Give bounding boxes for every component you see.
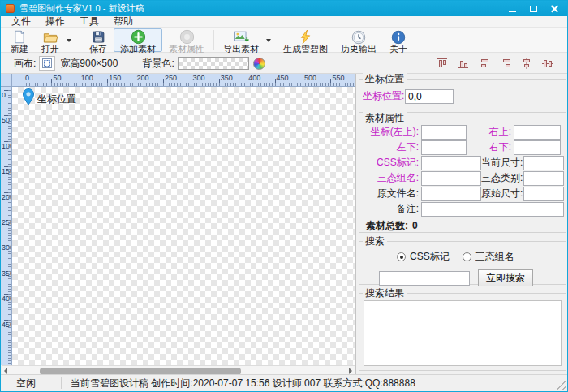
tristate-type-label: 三态类别: (481, 171, 523, 185)
align-bottom-button[interactable] (454, 55, 473, 72)
search-results-list[interactable] (364, 300, 562, 366)
save-icon (92, 30, 105, 44)
align-center-horizontal-button[interactable] (517, 55, 536, 72)
position-input[interactable] (405, 89, 454, 104)
canvas-size-button[interactable] (39, 56, 55, 71)
bg-color-swatch[interactable] (178, 57, 249, 70)
material-properties-button: 素材属性 (162, 28, 211, 52)
radio-tristate-group-label: 三态组名 (475, 250, 514, 264)
css-tag-label: CSS标记: (363, 156, 421, 170)
coord-topleft-label: 坐标(左上): (363, 125, 421, 139)
status-separator (61, 377, 62, 389)
material-total-label: 素材总数: (366, 219, 408, 233)
about-button[interactable]: 关于 (383, 28, 414, 52)
side-panel: 坐标位置 坐标位置: 素材属性 坐标(左上): 右上: 左下: 右下: CSS标… (356, 74, 568, 376)
position-group-title: 坐标位置 (363, 73, 407, 84)
coord-bottomright-input[interactable] (514, 140, 561, 155)
properties-group: 素材属性 坐标(左上): 右上: 左下: 右下: CSS标记: 当前尺寸: 三态… (359, 118, 566, 233)
status-bar: 空闲 当前雪碧图设计稿 创作时间:2020-07-07 15:56 设计师:00… (1, 374, 567, 391)
align-center-vertical-button[interactable] (538, 55, 557, 72)
canvas-toolbar: 画布: 宽高900×500 背景色: (1, 54, 567, 74)
original-filename-input[interactable] (421, 187, 481, 201)
open-folder-icon (42, 30, 58, 44)
canvas-viewport[interactable]: 坐标位置 (12, 87, 355, 365)
tristate-type-input[interactable] (523, 171, 564, 186)
history-output-button[interactable]: 历史输出 (334, 28, 383, 52)
window-title: 雪碧图制作专家V1.0 - 新设计稿 (19, 2, 144, 15)
tristate-group-input[interactable] (421, 171, 481, 186)
coord-topright-input[interactable] (514, 125, 561, 140)
open-dropdown-icon[interactable] (67, 39, 71, 42)
align-top-button[interactable] (432, 55, 452, 72)
minimize-button[interactable] (504, 3, 520, 14)
resize-grip-icon[interactable] (556, 380, 566, 390)
generate-sprite-button[interactable]: 生成雪碧图 (277, 28, 334, 52)
search-input[interactable] (379, 271, 470, 286)
original-size-input[interactable] (523, 187, 564, 201)
menu-file[interactable]: 文件 (4, 15, 38, 28)
radio-css-tag[interactable]: CSS标记 (397, 250, 450, 264)
color-picker-icon[interactable] (253, 58, 265, 70)
radio-selected-icon (397, 252, 406, 261)
original-filename-label: 原文件名: (363, 187, 421, 200)
toolbar-separator (80, 30, 80, 50)
align-left-button[interactable] (475, 55, 494, 72)
canvas-area: 050100150200250300350400450500550600 050… (1, 74, 356, 376)
current-size-label: 当前尺寸: (481, 156, 523, 170)
export-dropdown-icon[interactable] (266, 39, 271, 42)
properties-group-title: 素材属性 (363, 112, 407, 123)
menu-edit[interactable]: 操作 (38, 15, 72, 28)
remark-label: 备注: (363, 202, 421, 216)
scroll-left-icon[interactable] (4, 368, 7, 374)
position-label: 坐标位置: (363, 89, 405, 103)
menu-tools[interactable]: 工具 (72, 15, 106, 28)
close-button[interactable] (546, 3, 562, 14)
canvas-label: 画布: (14, 57, 36, 71)
properties-icon (179, 30, 195, 44)
remark-input[interactable] (421, 202, 564, 217)
maximize-button[interactable] (525, 3, 541, 14)
map-pin-icon (23, 88, 34, 106)
menu-bar: 文件 操作 工具 帮助 (1, 16, 567, 28)
bg-color-label: 背景色: (142, 57, 174, 71)
open-button[interactable]: 打开 (35, 28, 66, 52)
coord-bottomleft-input[interactable] (421, 140, 467, 155)
canvas-resize-icon (42, 58, 52, 68)
clock-icon (351, 30, 366, 44)
tristate-group-label: 三态组名: (363, 171, 421, 185)
align-right-button[interactable] (496, 55, 515, 72)
current-size-input[interactable] (523, 156, 564, 170)
material-total-value: 0 (412, 220, 418, 231)
search-now-button[interactable]: 立即搜索 (478, 269, 533, 286)
main-toolbar: 新建 打开 保存 添加素材 素材属性 (1, 28, 567, 53)
save-button[interactable]: 保存 (83, 28, 114, 52)
export-material-button[interactable]: 导出素材 (217, 28, 265, 52)
new-button[interactable]: 新建 (4, 28, 35, 52)
app-window: 雪碧图制作专家V1.0 - 新设计稿 文件 操作 工具 帮助 新建 打开 (0, 0, 568, 392)
new-document-icon (12, 30, 27, 44)
ruler-corner (1, 74, 12, 87)
add-material-button[interactable]: 添加素材 (114, 28, 162, 52)
position-group: 坐标位置 坐标位置: (359, 79, 566, 113)
h-ruler: 050100150200250300350400450500550600 (12, 74, 355, 87)
coord-topleft-input[interactable] (421, 125, 467, 140)
status-state: 空闲 (1, 377, 61, 390)
export-image-icon (233, 30, 250, 44)
origin-marker[interactable]: 坐标位置 (23, 88, 76, 106)
coord-bottomright-label: 右下: (467, 140, 514, 154)
radio-tristate-group[interactable]: 三态组名 (463, 250, 514, 264)
search-results-title: 搜索结果 (363, 287, 407, 299)
canvas-size-text: 宽高900×500 (60, 57, 118, 71)
menu-help[interactable]: 帮助 (106, 15, 140, 28)
add-icon (131, 30, 146, 44)
coord-bottomleft-label: 左下: (363, 140, 421, 154)
status-info: 当前雪碧图设计稿 创作时间:2020-07-07 15:56 设计师:007 联… (71, 377, 415, 390)
origin-marker-label: 坐标位置 (37, 93, 76, 106)
toolbar-separator (213, 30, 214, 50)
scroll-right-icon[interactable] (349, 368, 352, 374)
css-tag-input[interactable] (421, 156, 481, 170)
align-tools (432, 55, 561, 72)
v-ruler: 050100150200250300350400450 (1, 87, 12, 365)
search-group-title: 搜索 (363, 235, 387, 247)
info-icon (391, 30, 406, 44)
